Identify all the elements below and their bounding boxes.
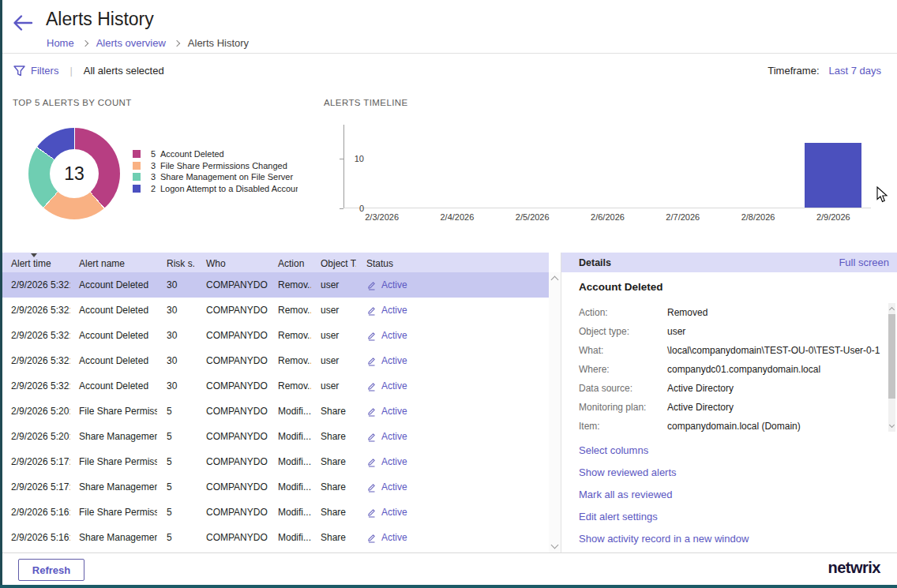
table-row[interactable]: 2/9/2026 5:32:...Account Deleted30COMPAN… <box>2 272 549 298</box>
donut-chart-title: TOP 5 ALERTS BY COUNT <box>13 98 132 107</box>
timeline-bar-slot <box>419 125 494 208</box>
mark-all-as-reviewed-link[interactable]: Mark all as reviewed <box>579 483 749 505</box>
column-header-who[interactable]: Who <box>194 253 268 272</box>
status-active-link[interactable]: Active <box>381 355 407 366</box>
table-cell: Share Management ... <box>70 481 157 492</box>
table-cell: 5 <box>157 481 194 492</box>
table-cell: user <box>311 380 356 391</box>
breadcrumb-item[interactable]: Home <box>47 37 74 49</box>
x-axis-tick-label: 2/5/2026 <box>495 212 570 222</box>
table-row[interactable]: 2/9/2026 5:32:...Account Deleted30COMPAN… <box>2 298 549 323</box>
scroll-up-icon[interactable] <box>551 276 559 284</box>
top-alerts-donut-chart[interactable]: 13 <box>28 128 120 219</box>
refresh-button[interactable]: Refresh <box>18 559 84 581</box>
table-cell: 30 <box>157 355 194 366</box>
table-cell: user <box>311 279 356 290</box>
status-active-link[interactable]: Active <box>381 532 407 543</box>
edit-pencil-icon <box>366 533 377 543</box>
table-row[interactable]: 2/9/2026 5:17:...Share Management ...5CO… <box>2 474 549 500</box>
alerts-table-body: 2/9/2026 5:32:...Account Deleted30COMPAN… <box>2 272 549 552</box>
table-cell: COMPANYDOM... <box>194 532 268 543</box>
table-cell: 5 <box>157 532 194 543</box>
table-cell: 5 <box>157 456 194 467</box>
table-cell: Remov... <box>268 380 311 391</box>
edit-pencil-icon <box>366 457 377 467</box>
donut-legend: 5Account Deleted3File Share Permissions … <box>133 148 298 194</box>
table-row[interactable]: 2/9/2026 5:17:...File Share Permissio...… <box>2 449 549 474</box>
timeline-bar-slot <box>495 125 570 208</box>
column-header-label: Alert name <box>79 258 125 269</box>
scroll-up-icon[interactable] <box>888 307 894 313</box>
breadcrumb-item[interactable]: Alerts overview <box>96 37 166 49</box>
column-header-status[interactable]: Status <box>356 253 549 272</box>
details-field-label: Where: <box>579 364 667 375</box>
full-screen-link[interactable]: Full screen <box>839 257 889 268</box>
page-title: Alerts History <box>46 9 154 30</box>
status-active-link[interactable]: Active <box>381 507 407 518</box>
show-activity-record-in-a-new-window-link[interactable]: Show activity record in a new window <box>579 527 749 549</box>
column-header-label: Action <box>278 258 304 269</box>
table-cell: Modifi... <box>268 431 311 442</box>
table-row[interactable]: 2/9/2026 5:20:...Share Management ...5CO… <box>2 424 549 449</box>
legend-label: Logon Attempt to a Disabled Accoun <box>160 184 298 193</box>
table-row[interactable]: 2/9/2026 5:16:...Share Management ...5CO… <box>2 525 549 550</box>
timeline-bar[interactable] <box>805 143 861 208</box>
table-row[interactable]: 2/9/2026 5:32:...Account Deleted30COMPAN… <box>2 348 549 373</box>
scrollbar-thumb[interactable] <box>888 314 895 399</box>
status-active-link[interactable]: Active <box>381 330 407 341</box>
details-fields: Action:RemovedObject type:userWhat:\loca… <box>579 303 888 432</box>
details-field-row: What:\local\companydomain\TEST-OU-0\TEST… <box>579 341 888 360</box>
table-scrollbar[interactable] <box>549 272 561 552</box>
status-active-link[interactable]: Active <box>381 456 407 467</box>
y-axis-tick-mark <box>340 159 343 159</box>
column-header-alert-name[interactable]: Alert name <box>70 253 157 272</box>
table-row[interactable]: 2/9/2026 5:32:...Account Deleted30COMPAN… <box>2 373 549 399</box>
details-scrollbar[interactable] <box>888 303 895 432</box>
edit-alert-settings-link[interactable]: Edit alert settings <box>579 505 749 527</box>
scroll-down-icon[interactable] <box>888 422 894 428</box>
status-cell: Active <box>356 406 549 417</box>
table-cell: user <box>311 305 356 316</box>
column-header-alert-time[interactable]: Alert time <box>2 253 70 272</box>
panel-divider <box>561 253 561 552</box>
details-field-label: Action: <box>579 307 667 318</box>
status-active-link[interactable]: Active <box>381 406 407 417</box>
table-row[interactable]: 2/9/2026 5:20:...File Share Permissio...… <box>2 399 549 424</box>
details-field-label: What: <box>579 345 667 356</box>
status-cell: Active <box>356 305 549 316</box>
details-field-row: Item:companydomain.local (Domain) <box>579 417 888 432</box>
status-cell: Active <box>356 380 549 391</box>
select-columns-link[interactable]: Select columns <box>579 439 749 461</box>
status-active-link[interactable]: Active <box>381 305 407 316</box>
column-header-action[interactable]: Action <box>268 253 311 272</box>
filters-button[interactable]: Filters <box>31 65 58 77</box>
details-field-label: Monitoring plan: <box>579 402 667 413</box>
status-active-link[interactable]: Active <box>381 380 407 391</box>
timeframe-value-link[interactable]: Last 7 days <box>829 65 882 77</box>
status-active-link[interactable]: Active <box>381 279 407 290</box>
status-active-link[interactable]: Active <box>381 431 407 442</box>
show-reviewed-alerts-link[interactable]: Show reviewed alerts <box>579 461 749 483</box>
column-header-object-t[interactable]: Object T... <box>311 253 356 272</box>
scroll-down-icon[interactable] <box>551 541 559 549</box>
details-field-label: Object type: <box>579 326 667 337</box>
table-cell: Remov... <box>268 279 311 290</box>
timeline-bar-slot <box>570 125 645 208</box>
table-cell: 5 <box>157 431 194 442</box>
timeframe-label: Timeframe: <box>768 65 819 77</box>
status-active-link[interactable]: Active <box>381 481 407 492</box>
table-cell: Remov... <box>268 305 311 316</box>
status-cell: Active <box>356 532 549 543</box>
table-cell: Modifi... <box>268 481 311 492</box>
column-header-risk-s[interactable]: Risk s... <box>157 253 194 272</box>
table-cell: Modifi... <box>268 507 311 518</box>
legend-item: 2Logon Attempt to a Disabled Accoun <box>133 183 298 195</box>
table-row[interactable]: 2/9/2026 5:32:...Account Deleted30COMPAN… <box>2 323 549 348</box>
table-cell: 2/9/2026 5:17:... <box>2 456 70 467</box>
alerts-table-header: Alert timeAlert nameRisk s...WhoActionOb… <box>2 253 549 272</box>
header-divider <box>2 53 897 54</box>
table-cell: Share <box>311 481 356 492</box>
back-button[interactable] <box>10 12 34 34</box>
table-row[interactable]: 2/9/2026 5:16:...File Share Permissio...… <box>2 500 549 525</box>
details-action-links: Select columnsShow reviewed alertsMark a… <box>579 439 749 549</box>
